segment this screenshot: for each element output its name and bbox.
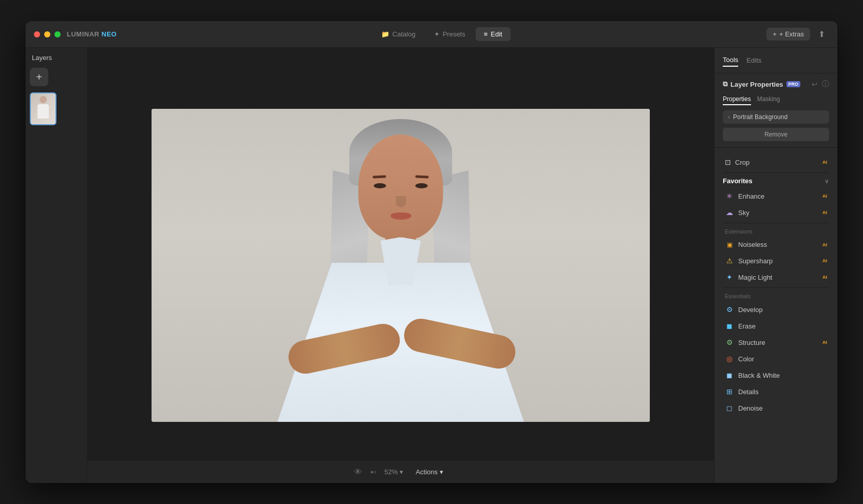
tab-presets[interactable]: ✦ Presets (426, 27, 474, 41)
export-icon: ⬆ (818, 30, 825, 38)
divider-2 (723, 223, 829, 223)
main-content: Layers + (26, 48, 837, 483)
tool-noiseless[interactable]: ▣ Noiseless AI (723, 237, 829, 253)
title-bar: LUMINAR NEO 📁 Catalog ✦ Presets ≡ Edit +… (26, 21, 837, 48)
essentials-label: Essentials (725, 293, 829, 299)
portrait-silhouette (35, 96, 51, 122)
lp-title: ⧉ Layer Properties PRO (723, 80, 800, 88)
tool-develop[interactable]: ⚙ Develop (723, 301, 829, 318)
visibility-icon[interactable]: 👁 (354, 468, 362, 477)
crop-icon: ⊡ (725, 158, 731, 166)
layer-thumb-inner (31, 93, 55, 124)
actions-button[interactable]: Actions ▾ (411, 466, 447, 478)
supersharp-icon: ⚠ (725, 257, 734, 265)
export-button[interactable]: ⬆ (814, 27, 829, 42)
actions-chevron: ▾ (440, 468, 443, 476)
plus-icon: + (773, 30, 777, 38)
photo-background (152, 109, 650, 422)
zoom-control[interactable]: 52% ▾ (384, 468, 403, 476)
edit-icon: ≡ (484, 30, 488, 38)
structure-icon: ⚙ (725, 338, 734, 346)
layer-properties-icon: ⧉ (723, 80, 727, 88)
enhance-icon: ✳ (725, 192, 734, 200)
extensions-label: Extensions (725, 228, 829, 235)
maximize-button[interactable] (54, 31, 61, 37)
enhance-ai-badge: AI (822, 193, 827, 199)
undo-icon: ↩ (812, 80, 818, 88)
develop-icon: ⚙ (725, 305, 734, 314)
presets-icon: ✦ (434, 30, 440, 38)
layers-panel: Layers + (26, 48, 87, 483)
tab-catalog[interactable]: 📁 Catalog (373, 27, 424, 41)
undo-button[interactable]: ↩ (812, 80, 818, 89)
minimize-button[interactable] (44, 31, 50, 37)
tools-section: ⊡ Crop AI Favorites ∨ ✳ Enhance AI (715, 148, 837, 422)
right-panel: Tools Edits ⧉ Layer Properties PRO ↩ (714, 48, 837, 483)
zoom-chevron: ▾ (400, 468, 403, 476)
tool-bw[interactable]: ◼ Black & White (723, 367, 829, 383)
tool-magic-light[interactable]: ✦ Magic Light AI (723, 269, 829, 285)
info-icon: ⓘ (822, 80, 829, 88)
add-layer-button[interactable]: + (30, 68, 48, 86)
tool-enhance[interactable]: ✳ Enhance AI (723, 188, 829, 204)
person-container (247, 109, 555, 422)
lp-tab-properties[interactable]: Properties (723, 94, 751, 105)
tool-structure[interactable]: ⚙ Structure AI (723, 334, 829, 351)
close-button[interactable] (34, 31, 40, 37)
title-center-tabs: 📁 Catalog ✦ Presets ≡ Edit (117, 27, 766, 41)
noiseless-icon: ▣ (725, 241, 734, 248)
tool-details[interactable]: ⊞ Details (723, 383, 829, 400)
title-right: + + Extras ⬆ (766, 27, 829, 42)
pro-badge: PRO (786, 81, 801, 87)
favorites-section-header[interactable]: Favorites ∨ (723, 177, 829, 185)
tool-denoise[interactable]: ◻ Denoise (723, 400, 829, 416)
structure-ai-badge: AI (822, 340, 827, 345)
tab-tools[interactable]: Tools (723, 54, 738, 67)
sky-ai-badge: AI (822, 210, 827, 215)
remove-button[interactable]: Remove (723, 128, 829, 141)
lp-tab-masking[interactable]: Masking (757, 94, 780, 105)
extras-button[interactable]: + + Extras (766, 28, 810, 41)
zoom-value: 52% (384, 468, 398, 476)
sky-icon: ☁ (725, 208, 734, 217)
lp-actions: ↩ ⓘ (812, 80, 829, 89)
bw-icon: ◼ (725, 371, 734, 379)
color-icon: ◎ (725, 355, 734, 363)
layer-thumbnail[interactable] (30, 92, 57, 125)
layers-header: Layers (30, 54, 83, 62)
favorites-chevron-icon: ∨ (824, 178, 829, 185)
crop-ai-badge: AI (822, 160, 827, 165)
traffic-lights (34, 31, 61, 37)
magic-light-ai-badge: AI (822, 275, 827, 280)
erase-icon: ◼ (725, 322, 734, 330)
tool-color[interactable]: ◎ Color (723, 351, 829, 367)
right-panel-content: ⧉ Layer Properties PRO ↩ ⓘ (715, 73, 837, 483)
magic-light-icon: ✦ (725, 273, 734, 281)
canvas-area: 👁 ▪▫ 52% ▾ Actions ▾ (87, 48, 714, 483)
supersharp-ai-badge: AI (822, 258, 827, 263)
divider (723, 172, 829, 173)
divider-3 (723, 287, 829, 288)
tab-edits[interactable]: Edits (746, 54, 761, 66)
layer-properties-section: ⧉ Layer Properties PRO ↩ ⓘ (715, 73, 837, 148)
lp-header: ⧉ Layer Properties PRO ↩ ⓘ (723, 80, 829, 89)
compare-icon[interactable]: ▪▫ (370, 468, 376, 477)
right-panel-header: Tools Edits (715, 48, 837, 73)
tool-sky[interactable]: ☁ Sky AI (723, 204, 829, 221)
canvas-bottom-bar: 👁 ▪▫ 52% ▾ Actions ▾ (87, 460, 714, 483)
crop-item[interactable]: ⊡ Crop AI (723, 154, 829, 170)
details-icon: ⊞ (725, 387, 734, 396)
lp-tabs: Properties Masking (723, 94, 829, 105)
photo-canvas (152, 109, 650, 422)
tool-supersharp[interactable]: ⚠ Supersharp AI (723, 253, 829, 269)
denoise-icon: ◻ (725, 404, 734, 412)
portrait-background-row[interactable]: ‹ Portrait Background (723, 110, 829, 124)
info-button[interactable]: ⓘ (822, 80, 829, 89)
tool-erase[interactable]: ◼ Erase (723, 318, 829, 334)
app-window: LUMINAR NEO 📁 Catalog ✦ Presets ≡ Edit +… (26, 21, 837, 483)
chevron-left-icon: ‹ (728, 113, 730, 121)
catalog-icon: 📁 (381, 30, 389, 38)
noiseless-ai-badge: AI (822, 242, 827, 247)
tab-edit[interactable]: ≡ Edit (476, 27, 511, 41)
app-title: LUMINAR NEO (67, 30, 117, 38)
